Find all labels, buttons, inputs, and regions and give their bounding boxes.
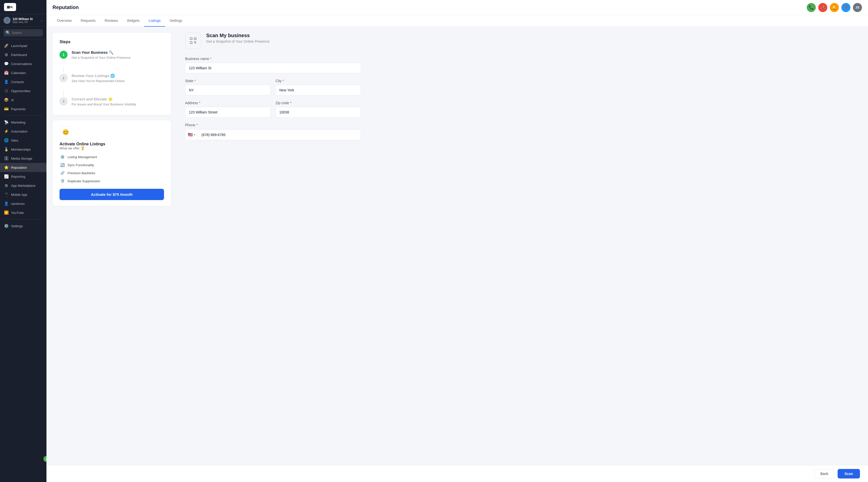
scan-my-business-icon <box>185 33 201 49</box>
svg-rect-0 <box>190 38 192 40</box>
step-1-number: 1 <box>60 51 68 59</box>
sidebar-item-automation[interactable]: ⚡ Automation <box>0 127 46 136</box>
tab-overview[interactable]: Overview <box>53 15 76 27</box>
sidebar-navigation: 🚀 Launchpad ⊞ Dashboard 💬 Conversations … <box>0 39 46 482</box>
sidebar-item-settings[interactable]: ⚙️ Settings <box>0 221 46 230</box>
zip-label: Zip code * <box>276 101 361 105</box>
svg-rect-2 <box>190 42 192 44</box>
zip-group: Zip code * <box>276 101 361 118</box>
state-input[interactable] <box>185 85 271 95</box>
tab-settings[interactable]: Settings <box>165 15 187 27</box>
activate-button[interactable]: Activate for $75 /month <box>60 189 164 200</box>
sidebar-item-opportunities[interactable]: ⬡ Opportunities <box>0 86 46 95</box>
automation-icon: ⚡ <box>4 129 8 134</box>
payments-icon: 💳 <box>4 107 8 111</box>
calendars-icon: 📅 <box>4 70 8 75</box>
phone-country-selector[interactable]: 🇺🇸 ▾ <box>185 129 198 140</box>
scan-button[interactable]: Scan <box>838 469 860 479</box>
phone-label: Phone * <box>185 123 361 127</box>
launchpad-icon: 🚀 <box>4 43 8 48</box>
suppression-icon: 🛡️ <box>60 178 65 184</box>
sidebar-item-app-marketplace[interactable]: ⊞ App Marketplace <box>0 181 46 190</box>
megaphone-button[interactable]: 📣 <box>818 3 827 12</box>
contacts-icon: 👤 <box>4 79 8 84</box>
tab-requests[interactable]: Requests <box>76 15 100 27</box>
sidebar-item-label: Launchpad <box>11 44 27 48</box>
logo-image: ⬛HL <box>4 3 16 11</box>
business-name-input[interactable] <box>185 63 361 73</box>
sidebar-item-payments[interactable]: 💳 Payments <box>0 104 46 114</box>
back-button[interactable]: Back <box>814 469 834 479</box>
sidebar-item-label: App Marketplace <box>11 184 36 188</box>
sidebar-item-conversations[interactable]: 💬 Conversations <box>0 59 46 68</box>
sidebar-item-reputation[interactable]: ⭐ Reputation <box>0 163 46 172</box>
phone-button[interactable]: 📞 <box>807 3 816 12</box>
city-input[interactable] <box>276 85 361 95</box>
sidebar-item-dashboard[interactable]: ⊞ Dashboard <box>0 50 46 59</box>
feature-label: Listing Management <box>68 155 97 159</box>
activate-title: Activate Online Listings <box>60 142 164 147</box>
sidebar-item-reporting[interactable]: 📈 Reporting <box>0 172 46 181</box>
sidebar-item-sites[interactable]: 🌐 Sites <box>0 136 46 145</box>
address-input[interactable] <box>185 107 271 118</box>
sites-icon: 🌐 <box>4 138 8 142</box>
opportunities-icon: ⬡ <box>4 89 8 93</box>
steps-title: Steps <box>60 40 164 44</box>
account-location: New York, NY <box>12 21 40 24</box>
settings-icon: ⚙️ <box>4 224 8 228</box>
sidebar-item-launchpad[interactable]: 🚀 Launchpad <box>0 41 46 50</box>
conversations-icon: 💬 <box>4 62 8 66</box>
right-panel: Scan My business Get a Snapshot of Your … <box>177 27 868 465</box>
phone-input[interactable] <box>198 130 361 140</box>
search-input[interactable] <box>12 31 46 35</box>
user-avatar[interactable]: JS <box>853 3 862 12</box>
sidebar-item-label: Reputation <box>11 166 27 169</box>
business-name-group: Business name * <box>185 57 361 73</box>
sidebar-item-sandrooo[interactable]: 👤 sandrooo <box>0 199 46 208</box>
sidebar-item-memberships[interactable]: 🏅 Memberships <box>0 145 46 154</box>
zip-input[interactable] <box>276 107 361 118</box>
notification-button[interactable]: 🔔 <box>830 3 839 12</box>
city-label: City * <box>276 79 361 83</box>
sidebar-item-marketing[interactable]: 📡 Marketing <box>0 118 46 127</box>
mobile-app-icon: 📱 <box>4 192 8 197</box>
scan-header: Scan My business Get a Snapshot of Your … <box>185 33 860 49</box>
sidebar-item-mobile-app[interactable]: 📱 Mobile App <box>0 190 46 199</box>
activate-icon: 😊 <box>60 126 71 138</box>
feature-premium-backlinks: 🔗 Premium Backlinks <box>60 170 164 176</box>
page-body: Steps 1 Scan Your Business 🔍 Get a Snaps… <box>46 27 868 465</box>
sidebar-item-calendars[interactable]: 📅 Calendars <box>0 68 46 77</box>
sidebar-item-label: Contacts <box>11 80 24 84</box>
tab-reviews[interactable]: Reviews <box>100 15 123 27</box>
address-label: Address * <box>185 101 271 105</box>
sidebar-item-youtube[interactable]: ▶️ YouTube <box>0 208 46 217</box>
help-button[interactable]: ❓ <box>841 3 850 12</box>
account-switcher[interactable]: 👤 123 William St New York, NY ⌄ <box>0 14 46 27</box>
sidebar-item-contacts[interactable]: 👤 Contacts <box>0 77 46 86</box>
sidebar-item-label: Reporting <box>11 175 25 179</box>
listing-management-icon: ⚙️ <box>60 154 65 160</box>
scan-title: Scan My business <box>206 33 270 38</box>
sync-icon: 🔄 <box>60 162 65 168</box>
tab-listings[interactable]: Listings <box>144 15 165 27</box>
phone-input-wrapper: 🇺🇸 ▾ <box>185 129 361 140</box>
sidebar-item-label: Calendars <box>11 71 26 75</box>
sidebar-item-sf[interactable]: 📦 sf <box>0 95 46 104</box>
reputation-icon: ⭐ <box>4 165 8 170</box>
address-zip-row: Address * Zip code * <box>185 101 361 118</box>
required-indicator: * <box>210 57 212 61</box>
chevron-down-icon: ▾ <box>194 133 195 136</box>
step-3: 3 Correct and Elevate 🌟 Fix Issues and B… <box>60 97 164 106</box>
step-3-number: 3 <box>60 97 68 105</box>
step-1: 1 Scan Your Business 🔍 Get a Snapshot of… <box>60 50 164 60</box>
activate-subtitle: What we offer 🏆 <box>60 147 164 150</box>
sidebar-item-media-storage[interactable]: 🗄️ Media Storage <box>0 154 46 163</box>
business-name-label: Business name * <box>185 57 361 61</box>
step-1-subtext: Get a Snapshot of Your Online Presence <box>71 56 164 60</box>
sidebar-logo: ⬛HL <box>0 0 46 14</box>
dashboard-icon: ⊞ <box>4 53 8 57</box>
step-connector-1 <box>63 67 64 72</box>
tab-widgets[interactable]: Widgets <box>122 15 144 27</box>
feature-sync-functionality: 🔄 Sync Functionality <box>60 162 164 168</box>
required-indicator: * <box>283 79 284 83</box>
